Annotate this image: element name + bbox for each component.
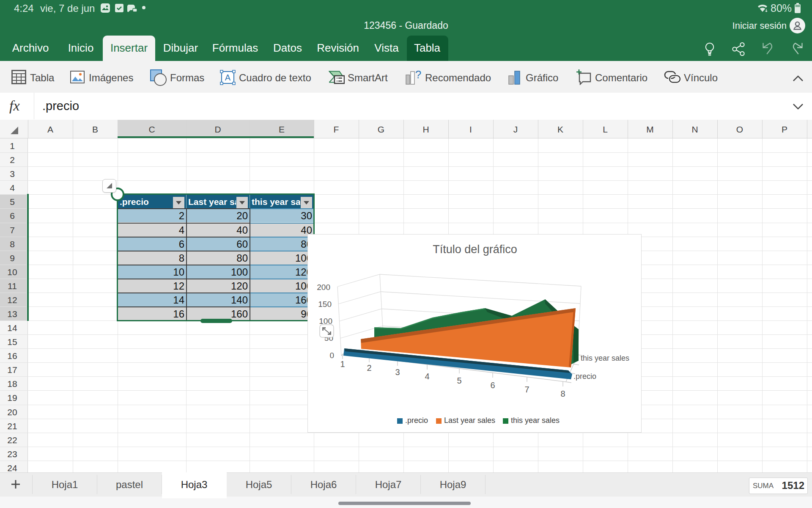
- svg-text:1: 1: [340, 359, 345, 369]
- svg-text:6: 6: [490, 381, 495, 390]
- svg-text:200: 200: [317, 283, 330, 292]
- svg-text:?: ?: [415, 70, 421, 81]
- svg-text:.precio: .precio: [405, 416, 428, 425]
- svg-text:this year sales: this year sales: [581, 354, 629, 362]
- svg-text:7: 7: [524, 385, 529, 394]
- svg-text:150: 150: [318, 300, 332, 309]
- svg-text:4: 4: [425, 372, 429, 381]
- svg-text:5: 5: [457, 376, 461, 385]
- svg-text:3: 3: [395, 367, 400, 377]
- svg-text:Título del gráfico: Título del gráfico: [433, 243, 517, 256]
- svg-text:100: 100: [319, 317, 332, 326]
- svg-text:8: 8: [560, 389, 565, 398]
- svg-text:Last year sales: Last year sales: [444, 416, 495, 425]
- svg-text:2: 2: [367, 363, 371, 373]
- svg-text:this year sales: this year sales: [511, 416, 560, 425]
- svg-text:A: A: [225, 73, 231, 82]
- svg-text:0: 0: [329, 351, 334, 360]
- svg-text:.precio: .precio: [573, 372, 596, 381]
